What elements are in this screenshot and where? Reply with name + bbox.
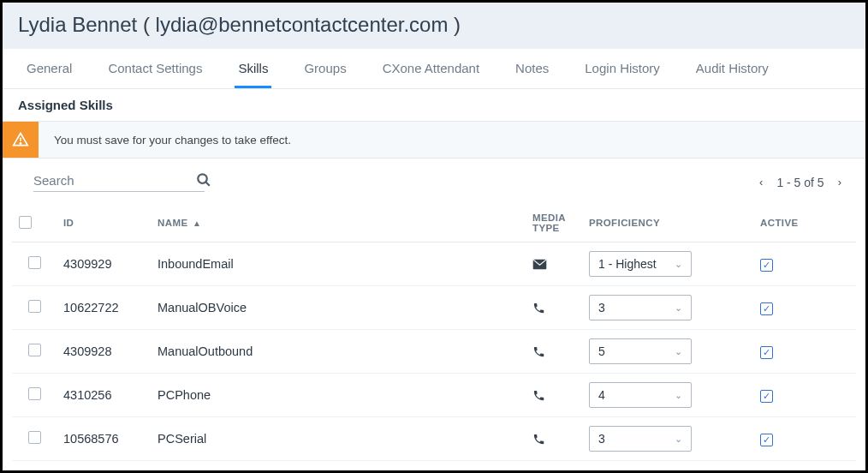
warning-icon	[3, 122, 39, 158]
chevron-down-icon: ⌄	[675, 390, 682, 401]
proficiency-select[interactable]: 1 - Highest⌄	[589, 251, 692, 277]
svg-point-2	[198, 174, 207, 183]
pager-prev-icon[interactable]: ‹	[756, 176, 766, 189]
cell-name: ManualOBVoice	[151, 286, 526, 330]
search-field[interactable]	[33, 172, 205, 192]
row-checkbox[interactable]	[28, 431, 41, 444]
row-checkbox[interactable]	[28, 387, 41, 400]
proficiency-value: 1 - Highest	[598, 257, 657, 271]
email-icon	[532, 259, 575, 270]
cell-name: PCSerial	[151, 417, 526, 461]
tab-cxone-attendant[interactable]: CXone Attendant	[379, 49, 483, 88]
cell-name: PCPhone	[151, 374, 526, 417]
table-row: 4309929InboundEmail1 - Highest⌄✓	[12, 242, 856, 286]
table-row: 10622722ManualOBVoice3⌄✓	[12, 286, 856, 330]
row-checkbox[interactable]	[28, 256, 41, 269]
alert-banner: You must save for your changes to take e…	[3, 122, 865, 159]
search-icon[interactable]	[196, 172, 211, 188]
svg-line-3	[205, 182, 210, 186]
cell-name: ManualOutbound	[151, 330, 526, 374]
column-header-active[interactable]: ACTIVE	[753, 204, 856, 242]
cell-id: 4309928	[56, 330, 151, 374]
table-row: 4309928ManualOutbound5⌄✓	[12, 330, 856, 374]
column-header-id[interactable]: ID	[56, 204, 151, 242]
select-all-checkbox[interactable]	[19, 216, 32, 229]
proficiency-value: 3	[598, 301, 605, 314]
chevron-down-icon: ⌄	[675, 434, 682, 445]
cell-id: 10568576	[56, 417, 151, 461]
skills-table: ID NAME ▲ MEDIA TYPE PROFICIENCY ACTIVE …	[12, 204, 856, 461]
proficiency-select[interactable]: 4⌄	[589, 382, 692, 408]
proficiency-select[interactable]: 3⌄	[589, 426, 692, 452]
active-checkbox[interactable]: ✓	[760, 434, 773, 446]
section-title: Assigned Skills	[3, 89, 865, 122]
active-checkbox[interactable]: ✓	[760, 390, 773, 403]
column-header-media[interactable]: MEDIA TYPE	[526, 204, 582, 242]
cell-id: 4310256	[56, 374, 151, 417]
tab-skills[interactable]: Skills	[235, 49, 271, 88]
tab-bar: GeneralContact SettingsSkillsGroupsCXone…	[3, 49, 865, 89]
pager: ‹ 1 - 5 of 5 ›	[756, 176, 845, 189]
page-title: Lydia Bennet ( lydia@bennetcontactcenter…	[3, 3, 865, 49]
pager-next-icon[interactable]: ›	[835, 176, 845, 189]
column-header-name[interactable]: NAME ▲	[151, 204, 526, 242]
proficiency-value: 5	[598, 344, 605, 358]
cell-id: 4309929	[56, 242, 151, 286]
phone-icon	[532, 389, 575, 402]
proficiency-select[interactable]: 5⌄	[589, 338, 692, 364]
table-row: 10568576PCSerial3⌄✓	[12, 417, 856, 461]
tab-contact-settings[interactable]: Contact Settings	[104, 49, 205, 88]
cell-id: 10622722	[56, 286, 151, 330]
active-checkbox[interactable]: ✓	[760, 302, 773, 315]
chevron-down-icon: ⌄	[675, 259, 682, 270]
pager-text: 1 - 5 of 5	[776, 176, 823, 189]
tab-notes[interactable]: Notes	[512, 49, 552, 88]
active-checkbox[interactable]: ✓	[760, 346, 773, 359]
cell-name: InboundEmail	[151, 242, 526, 286]
column-header-name-label: NAME	[158, 218, 187, 228]
tab-login-history[interactable]: Login History	[581, 49, 663, 88]
row-checkbox[interactable]	[28, 344, 41, 356]
proficiency-value: 4	[598, 388, 605, 402]
active-checkbox[interactable]: ✓	[760, 259, 773, 272]
phone-icon	[532, 345, 575, 358]
tab-general[interactable]: General	[23, 49, 75, 88]
alert-text: You must save for your changes to take e…	[39, 134, 291, 147]
sort-asc-icon: ▲	[193, 219, 201, 228]
svg-point-1	[20, 143, 21, 144]
row-checkbox[interactable]	[28, 300, 41, 313]
tab-audit-history[interactable]: Audit History	[693, 49, 772, 88]
proficiency-select[interactable]: 3⌄	[589, 295, 692, 320]
column-header-proficiency[interactable]: PROFICIENCY	[582, 204, 753, 242]
phone-icon	[532, 433, 575, 446]
proficiency-value: 3	[598, 432, 605, 446]
tab-groups[interactable]: Groups	[300, 49, 349, 88]
table-row: 4310256PCPhone4⌄✓	[12, 374, 856, 417]
chevron-down-icon: ⌄	[675, 346, 682, 357]
search-input[interactable]	[33, 173, 196, 188]
phone-icon	[532, 302, 575, 314]
chevron-down-icon: ⌄	[675, 302, 682, 314]
